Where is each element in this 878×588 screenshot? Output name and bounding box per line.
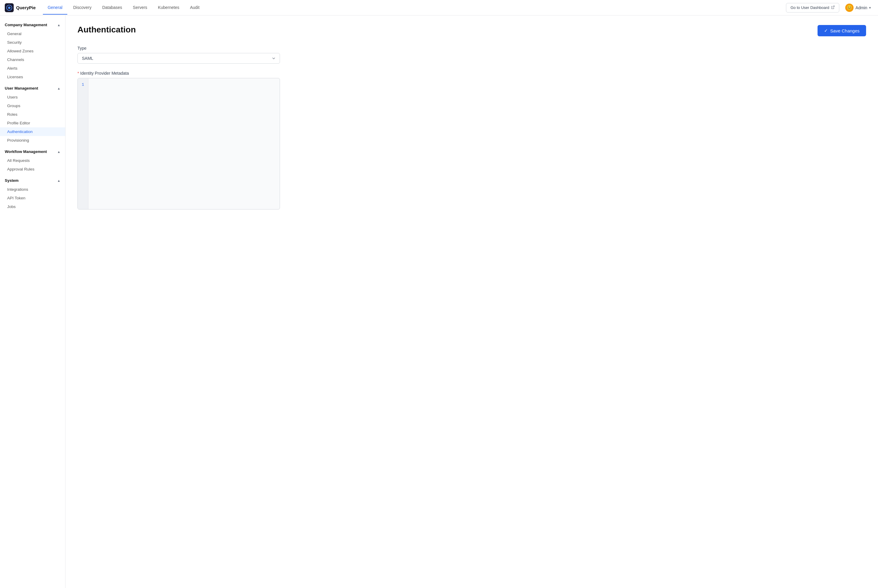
external-link-icon [831,5,835,10]
sidebar-item-groups[interactable]: Groups [0,102,65,110]
sidebar-item-approval-rules[interactable]: Approval Rules [0,165,65,174]
nav-right: Go to User Dashboard 😊 Admin ▾ [786,2,873,13]
line-number-1: 1 [80,82,87,88]
go-to-dashboard-button[interactable]: Go to User Dashboard [786,3,839,12]
layout: Company Management ▲ General Security Al… [0,15,878,588]
nav-tabs: General Discovery Databases Servers Kube… [43,1,786,15]
sidebar-item-profile-editor[interactable]: Profile Editor [0,119,65,128]
type-label: Type [77,46,280,51]
metadata-editor-wrapper: 1 [77,78,280,210]
nav-tab-audit[interactable]: Audit [185,1,204,15]
sidebar-item-channels[interactable]: Channels [0,56,65,64]
svg-line-2 [833,6,834,8]
sidebar: Company Management ▲ General Security Al… [0,15,66,588]
sidebar-section-title-user-management: User Management [5,86,38,90]
sidebar-section-user-management: User Management ▲ Users Groups Roles Pro… [0,84,65,145]
main-content: Authentication ✓ Save Changes Type SAML … [66,15,878,588]
sidebar-section-title-company-management: Company Management [5,22,47,27]
chevron-up-icon: ▲ [57,23,60,27]
chevron-up-icon-2: ▲ [57,87,60,90]
logo-text: QueryPie [16,5,36,10]
chevron-up-icon-3: ▲ [57,150,60,153]
sidebar-item-api-token[interactable]: API Token [0,194,65,202]
sidebar-section-system: System ▲ Integrations API Token Jobs [0,176,65,211]
admin-area[interactable]: 😊 Admin ▾ [843,2,873,13]
sidebar-section-header-workflow-management[interactable]: Workflow Management ▲ [0,147,65,156]
form-section: Type SAML LDAP OAuth2 Local Identity Pro… [77,46,280,210]
type-select[interactable]: SAML LDAP OAuth2 Local [77,53,280,64]
sidebar-item-provisioning[interactable]: Provisioning [0,136,65,145]
sidebar-section-header-user-management[interactable]: User Management ▲ [0,84,65,93]
sidebar-item-roles[interactable]: Roles [0,110,65,119]
sidebar-item-security[interactable]: Security [0,38,65,47]
chevron-down-icon: ▾ [869,6,871,10]
metadata-form-group: Identity Provider Metadata 1 [77,71,280,210]
logo-icon [5,3,14,12]
page-header: Authentication ✓ Save Changes [77,25,866,36]
admin-name: Admin [855,5,867,10]
sidebar-section-company-management: Company Management ▲ General Security Al… [0,20,65,81]
sidebar-item-integrations[interactable]: Integrations [0,185,65,194]
svg-point-1 [8,6,11,9]
sidebar-section-workflow-management: Workflow Management ▲ All Requests Appro… [0,147,65,174]
sidebar-item-licenses[interactable]: Licenses [0,73,65,81]
type-form-group: Type SAML LDAP OAuth2 Local [77,46,280,64]
metadata-label: Identity Provider Metadata [77,71,280,76]
sidebar-section-title-workflow-management: Workflow Management [5,149,47,154]
go-to-dashboard-label: Go to User Dashboard [791,5,829,10]
sidebar-item-authentication[interactable]: Authentication [0,128,65,136]
avatar: 😊 [845,4,854,12]
save-changes-label: Save Changes [830,28,860,33]
nav-tab-servers[interactable]: Servers [128,1,152,15]
top-nav: QueryPie General Discovery Databases Ser… [0,0,878,15]
sidebar-item-jobs[interactable]: Jobs [0,202,65,211]
sidebar-section-header-company-management[interactable]: Company Management ▲ [0,20,65,30]
editor-line-numbers: 1 [78,78,89,209]
sidebar-item-users[interactable]: Users [0,93,65,102]
sidebar-section-title-system: System [5,178,18,183]
logo-area: QueryPie [5,3,36,12]
nav-tab-general[interactable]: General [43,1,67,15]
nav-tab-databases[interactable]: Databases [98,1,127,15]
sidebar-section-header-system[interactable]: System ▲ [0,176,65,185]
save-changes-button[interactable]: ✓ Save Changes [818,25,866,36]
sidebar-item-alerts[interactable]: Alerts [0,64,65,73]
page-title: Authentication [77,25,136,34]
nav-tab-kubernetes[interactable]: Kubernetes [153,1,184,15]
metadata-editor[interactable] [89,78,280,209]
chevron-up-icon-4: ▲ [57,179,60,182]
sidebar-item-all-requests[interactable]: All Requests [0,156,65,165]
sidebar-item-general[interactable]: General [0,30,65,38]
sidebar-item-allowed-zones[interactable]: Allowed Zones [0,47,65,56]
nav-tab-discovery[interactable]: Discovery [69,1,96,15]
check-icon: ✓ [824,28,828,33]
